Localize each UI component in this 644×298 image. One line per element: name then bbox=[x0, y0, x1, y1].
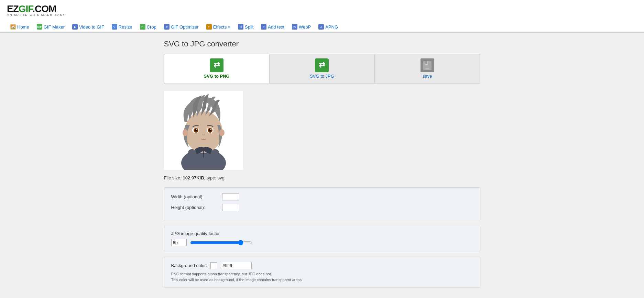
nav-apng[interactable]: A APNG bbox=[315, 21, 341, 32]
nav-gif-optimizer[interactable]: ⚙ GIF Optimizer bbox=[161, 21, 202, 32]
svg-text:⇄: ⇄ bbox=[214, 60, 220, 69]
bgcolor-label: Background color: bbox=[171, 263, 207, 268]
preview-image bbox=[164, 91, 243, 170]
file-type-prefix: , type: bbox=[204, 175, 218, 180]
width-row: Width (optional): bbox=[171, 193, 473, 200]
home-icon: 🏠 bbox=[10, 24, 16, 30]
file-info: File size: 102.97KiB, type: svg bbox=[164, 175, 480, 180]
crop-icon: ✂ bbox=[140, 24, 145, 30]
quality-label: JPG image quality factor bbox=[171, 231, 473, 236]
nav-effects[interactable]: ✦ Effects » bbox=[203, 21, 234, 32]
nav-crop[interactable]: ✂ Crop bbox=[137, 21, 160, 32]
nav-gif-maker-label: GIF Maker bbox=[44, 24, 65, 30]
nav-addtext-label: Add text bbox=[268, 24, 284, 30]
nav-resize-label: Resize bbox=[119, 24, 132, 30]
video-icon: ▶ bbox=[72, 24, 78, 30]
svg-to-jpg-icon: ⇄ bbox=[315, 58, 329, 72]
height-input[interactable] bbox=[222, 204, 239, 211]
quality-row bbox=[171, 239, 473, 246]
tool-tabs: ⇄ SVG to PNG ⇄ SVG to JPG bbox=[164, 54, 480, 84]
main-nav: 🏠 Home GIF GIF Maker ▶ Video to GIF ⤡ Re… bbox=[7, 19, 637, 32]
svg-rect-7 bbox=[425, 61, 427, 64]
main-content: SVG to JPG converter ⇄ SVG to PNG ⇄ SVG … bbox=[157, 33, 487, 295]
nav-apng-label: APNG bbox=[325, 24, 338, 30]
nav-effects-label: Effects » bbox=[213, 24, 230, 30]
bgcolor-input[interactable] bbox=[221, 262, 252, 269]
settings-area: Width (optional): Height (optional): bbox=[164, 187, 480, 220]
bgcolor-row: Background color: bbox=[171, 262, 473, 269]
nav-split[interactable]: ⊟ Split bbox=[234, 21, 257, 32]
svg-point-16 bbox=[219, 129, 225, 136]
bgcolor-swatch[interactable] bbox=[210, 262, 217, 269]
svg-point-21 bbox=[196, 129, 197, 130]
svg-text:⇄: ⇄ bbox=[319, 60, 325, 69]
nav-add-text[interactable]: T Add text bbox=[258, 21, 288, 32]
height-row: Height (optional): bbox=[171, 204, 473, 211]
webp-icon: W bbox=[292, 24, 297, 30]
tab-svg-to-png[interactable]: ⇄ SVG to PNG bbox=[164, 54, 270, 84]
preview-area bbox=[164, 91, 480, 170]
logo-tagline: ANIMATED GIFS MADE EASY bbox=[7, 13, 65, 16]
quality-slider[interactable] bbox=[190, 240, 252, 245]
bgcolor-section: Background color: PNG format supports al… bbox=[164, 257, 480, 288]
file-info-prefix: File size: bbox=[164, 175, 183, 180]
bgcolor-note-line2: This color will be used as background, i… bbox=[171, 277, 473, 283]
tab-svg-to-jpg[interactable]: ⇄ SVG to JPG bbox=[270, 54, 375, 84]
gif-maker-icon: GIF bbox=[37, 24, 42, 30]
tab-save-label: save bbox=[423, 74, 432, 79]
nav-video-to-gif[interactable]: ▶ Video to GIF bbox=[69, 21, 108, 32]
logo: EZGIF.COM ANIMATED GIFS MADE EASY bbox=[7, 3, 65, 16]
tab-svg-to-png-label: SVG to PNG bbox=[204, 74, 230, 79]
nav-crop-label: Crop bbox=[147, 24, 156, 30]
nav-home[interactable]: 🏠 Home bbox=[7, 21, 33, 32]
save-tab-icon bbox=[421, 58, 434, 72]
quality-input[interactable] bbox=[171, 239, 187, 246]
nav-optimizer-label: GIF Optimizer bbox=[171, 24, 199, 30]
svg-to-png-icon: ⇄ bbox=[210, 58, 223, 72]
file-size: 102.97KiB bbox=[183, 175, 204, 180]
addtext-icon: T bbox=[261, 24, 266, 30]
effects-icon: ✦ bbox=[206, 24, 212, 30]
file-type: svg bbox=[218, 175, 225, 180]
nav-home-label: Home bbox=[17, 24, 29, 30]
width-label: Width (optional): bbox=[171, 194, 219, 199]
svg-rect-9 bbox=[425, 68, 429, 69]
svg-point-26 bbox=[210, 129, 211, 130]
nav-webp-label: WebP bbox=[299, 24, 311, 30]
apng-icon: A bbox=[318, 24, 324, 30]
nav-gif-maker[interactable]: GIF GIF Maker bbox=[33, 21, 68, 32]
page-title: SVG to JPG converter bbox=[164, 40, 480, 48]
nav-resize[interactable]: ⤡ Resize bbox=[108, 21, 136, 32]
optimizer-icon: ⚙ bbox=[164, 24, 170, 30]
split-icon: ⊟ bbox=[238, 24, 243, 30]
header: EZGIF.COM ANIMATED GIFS MADE EASY 🏠 Home… bbox=[0, 0, 644, 32]
tab-save[interactable]: save bbox=[375, 54, 480, 84]
resize-icon: ⤡ bbox=[112, 24, 117, 30]
bgcolor-note: PNG format supports alpha transparency, … bbox=[171, 271, 473, 283]
height-label: Height (optional): bbox=[171, 205, 219, 210]
nav-webp[interactable]: W WebP bbox=[288, 21, 314, 32]
bgcolor-note-line1: PNG format supports alpha transparency, … bbox=[171, 271, 473, 277]
width-input[interactable] bbox=[222, 193, 239, 200]
nav-video-label: Video to GIF bbox=[79, 24, 104, 30]
quality-section: JPG image quality factor bbox=[164, 226, 480, 251]
nav-split-label: Split bbox=[245, 24, 253, 30]
svg-point-15 bbox=[183, 129, 188, 136]
tab-svg-to-jpg-label: SVG to JPG bbox=[310, 74, 334, 79]
logo-link[interactable]: EZGIF.COM ANIMATED GIFS MADE EASY bbox=[7, 3, 65, 16]
